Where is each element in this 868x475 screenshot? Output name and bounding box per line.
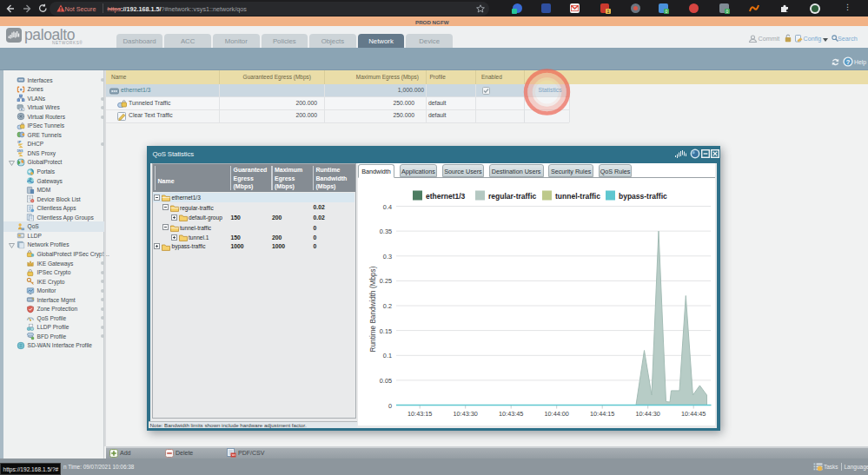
svg-text:0.05: 0.05 <box>380 376 392 384</box>
svg-text:10:44:15: 10:44:15 <box>590 410 614 418</box>
svg-text:10:44:00: 10:44:00 <box>544 410 568 418</box>
svg-text:?: ? <box>846 58 851 66</box>
svg-text:regular-traffic: regular-traffic <box>488 191 537 200</box>
svg-text:0.1: 0.1 <box>383 352 392 360</box>
svg-text:0.4: 0.4 <box>383 202 392 210</box>
svg-text:10:44:30: 10:44:30 <box>635 410 659 418</box>
svg-text:ethernet1/3: ethernet1/3 <box>426 191 466 200</box>
svg-text:Runtime Bandwidth (Mbps): Runtime Bandwidth (Mbps) <box>369 266 377 352</box>
svg-text:0.15: 0.15 <box>380 327 392 334</box>
svg-text:10:43:30: 10:43:30 <box>453 410 477 418</box>
svg-text:10:43:45: 10:43:45 <box>499 410 523 418</box>
svg-text:bypass-traffic: bypass-traffic <box>619 191 667 200</box>
svg-text:0.25: 0.25 <box>380 277 392 285</box>
svg-text:IP: IP <box>17 140 21 144</box>
svg-text:tunnel-traffic: tunnel-traffic <box>555 191 600 200</box>
svg-text:10:43:15: 10:43:15 <box>407 410 432 418</box>
svg-text:0: 0 <box>388 401 392 409</box>
svg-text:0.35: 0.35 <box>380 228 392 235</box>
svg-text:0.3: 0.3 <box>383 252 392 260</box>
svg-text:10:44:45: 10:44:45 <box>681 410 706 418</box>
svg-text:0.2: 0.2 <box>383 302 392 310</box>
